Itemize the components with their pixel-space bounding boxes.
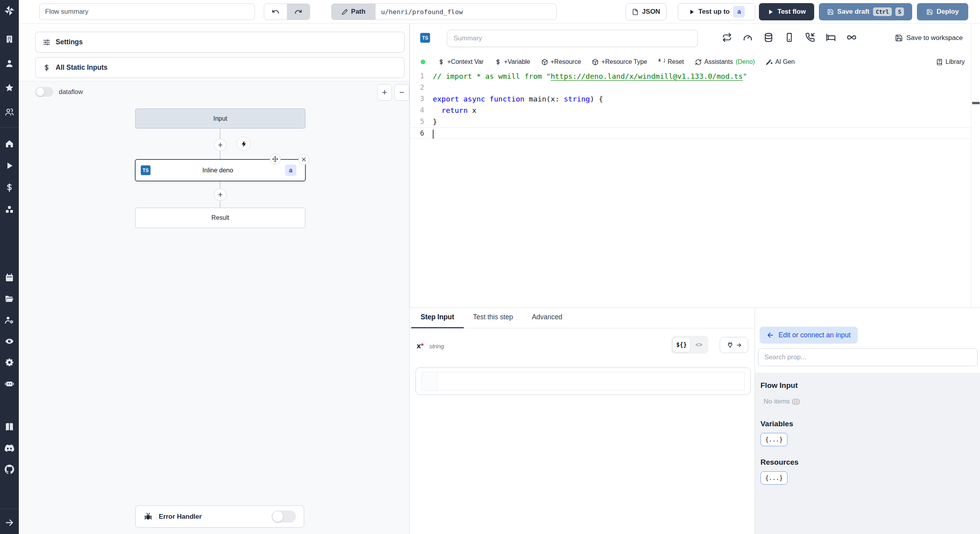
- flow-input-empty: No items ([]): [764, 398, 975, 405]
- path-input[interactable]: [375, 4, 557, 20]
- all-static-inputs-button[interactable]: All Static Inputs: [35, 57, 405, 78]
- typescript-badge: TS: [420, 33, 430, 43]
- connect-input-plug-button[interactable]: [720, 337, 748, 353]
- editor-toolbar: +Context Var +Variable +Resource +Resour…: [410, 53, 980, 71]
- sleep-bed-icon[interactable]: [826, 33, 836, 42]
- file-json-icon: [632, 9, 639, 15]
- retries-repeat-icon[interactable]: [722, 33, 732, 42]
- move-icon: [272, 156, 278, 162]
- input-node[interactable]: Input: [135, 109, 305, 129]
- favorites-star-icon[interactable]: [4, 83, 15, 93]
- cache-database-icon[interactable]: [764, 33, 773, 42]
- flow-graph-panel: Settings All Static Inputs dataflow + − …: [19, 24, 410, 534]
- play-icon: [767, 9, 774, 15]
- flow-summary-input[interactable]: [39, 4, 255, 20]
- error-handler-label: Error Handler: [159, 513, 266, 521]
- tab-test-this-step[interactable]: Test this step: [464, 308, 523, 328]
- error-handler-node[interactable]: Error Handler: [135, 505, 304, 528]
- reset-button[interactable]: Reset: [653, 58, 690, 65]
- settings-gear-icon[interactable]: [4, 357, 15, 367]
- add-step-button-top[interactable]: [214, 139, 227, 151]
- runs-play-icon[interactable]: [4, 161, 15, 171]
- mock-smartphone-icon[interactable]: [784, 33, 794, 42]
- audit-eye-icon[interactable]: [4, 336, 15, 346]
- add-trigger-bolt-button[interactable]: [237, 137, 251, 151]
- resources-boxes-icon[interactable]: [4, 205, 15, 215]
- tab-advanced[interactable]: Advanced: [523, 308, 572, 328]
- arrow-left-icon: [767, 331, 774, 339]
- flow-settings-label: Settings: [56, 38, 83, 46]
- folders-icon[interactable]: [4, 294, 15, 304]
- template-mode-button[interactable]: ${}: [673, 337, 690, 352]
- windmill-logo-icon[interactable]: [4, 5, 15, 16]
- early-stop-gauge-icon[interactable]: [743, 33, 753, 42]
- resources-object-chip[interactable]: {...}: [760, 471, 788, 485]
- add-resource-label: +Resource: [551, 58, 581, 65]
- user-icon[interactable]: [4, 58, 15, 69]
- deploy-button[interactable]: Deploy: [917, 3, 968, 20]
- step-summary-input[interactable]: [447, 30, 698, 47]
- move-step-button[interactable]: [270, 154, 281, 165]
- test-flow-button[interactable]: Test flow: [759, 3, 814, 20]
- refresh-icon: [695, 59, 702, 65]
- step-node-inline-deno[interactable]: TS Inline deno a: [135, 159, 306, 181]
- error-handler-toggle[interactable]: [272, 510, 296, 523]
- undo-button[interactable]: [264, 4, 287, 20]
- dataflow-toggle[interactable]: [35, 87, 53, 97]
- redo-button[interactable]: [287, 4, 310, 20]
- test-up-to-label: Test up to: [699, 8, 730, 16]
- save-to-workspace-button[interactable]: Save to workspace: [895, 34, 963, 42]
- edit-path-button[interactable]: Path: [331, 4, 375, 20]
- add-step-button-bottom[interactable]: [214, 188, 227, 201]
- arg-value-gutter: [422, 372, 437, 390]
- code-mode-button[interactable]: <>: [691, 337, 707, 352]
- loop-infinity-icon[interactable]: [847, 33, 857, 42]
- library-button[interactable]: Library: [931, 58, 970, 65]
- dollar-icon: [43, 64, 51, 72]
- add-context-var-button[interactable]: +Context Var: [432, 58, 489, 65]
- flow-settings-button[interactable]: Settings: [35, 32, 405, 52]
- json-button-label: JSON: [642, 8, 660, 16]
- json-button[interactable]: JSON: [626, 3, 666, 20]
- path-group: Path: [331, 4, 557, 20]
- workspace-building-icon[interactable]: [4, 34, 15, 44]
- ai-gen-button[interactable]: AI Gen: [760, 58, 800, 65]
- collapse-arrow-right-icon[interactable]: [4, 518, 15, 528]
- home-icon[interactable]: [4, 139, 15, 149]
- tab-step-input[interactable]: Step Input: [411, 308, 464, 328]
- groups-users-cog-icon[interactable]: [4, 315, 15, 325]
- save-draft-button[interactable]: Save draft Ctrl S: [819, 3, 912, 20]
- undo-redo-group: [264, 4, 310, 20]
- search-prop-input[interactable]: [758, 348, 978, 366]
- github-icon[interactable]: [4, 464, 15, 474]
- zoom-in-button[interactable]: +: [377, 84, 392, 101]
- workers-robot-icon[interactable]: [4, 378, 15, 389]
- editor-overview-ruler[interactable]: [971, 24, 980, 308]
- add-resource-type-button[interactable]: +Resource Type: [586, 58, 653, 65]
- variables-dollar-icon[interactable]: [4, 183, 15, 193]
- windmill-flow-editor: Path JSON Test up to a Test flow Save dr…: [0, 0, 980, 534]
- users-group-icon[interactable]: [4, 107, 15, 117]
- discord-icon[interactable]: [4, 443, 15, 453]
- add-resource-button[interactable]: +Resource: [536, 58, 587, 65]
- delete-step-button[interactable]: [298, 154, 309, 165]
- dataflow-label: dataflow: [59, 88, 83, 96]
- test-up-to-step-badge[interactable]: a: [733, 6, 745, 18]
- add-variable-button[interactable]: +Variable: [489, 58, 536, 65]
- assistants-button[interactable]: Assistants (Deno): [690, 58, 760, 65]
- variables-object-chip[interactable]: {...}: [760, 433, 788, 446]
- zoom-out-button[interactable]: −: [394, 84, 409, 101]
- edit-or-connect-button[interactable]: Edit or connect an input: [760, 327, 858, 344]
- prop-picker-panel: Edit or connect an input Flow Input No i…: [755, 308, 980, 534]
- arg-type: string: [429, 343, 444, 350]
- flow-panel-header: Settings All Static Inputs: [19, 24, 409, 81]
- code-editor[interactable]: 1// import * as wmill from "https://deno…: [410, 71, 971, 308]
- docs-book-icon[interactable]: [4, 422, 15, 432]
- schedules-calendar-icon[interactable]: [4, 273, 15, 283]
- result-node[interactable]: Result: [135, 208, 305, 228]
- arg-value-input[interactable]: [416, 367, 751, 395]
- suspend-phone-incoming-icon[interactable]: [805, 33, 815, 42]
- save-icon: [926, 9, 933, 15]
- test-up-to-button[interactable]: Test up to a: [678, 3, 755, 20]
- arg-value-editor[interactable]: [421, 372, 745, 391]
